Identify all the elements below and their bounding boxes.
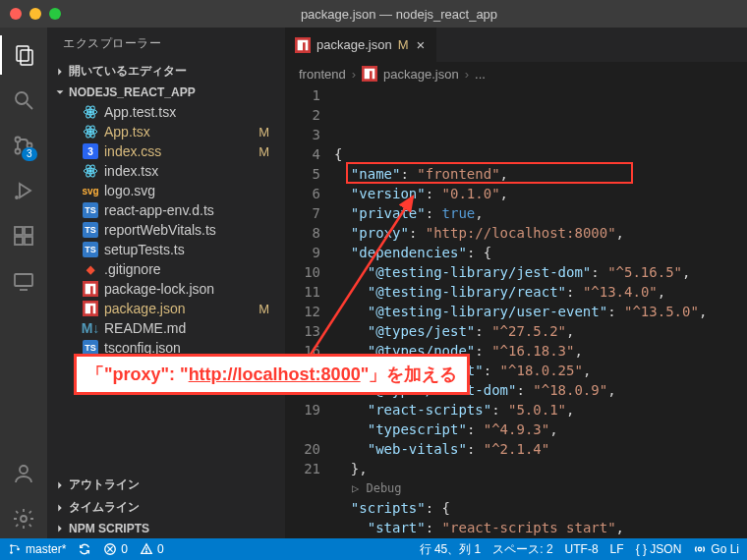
svg-point-42 [146, 551, 147, 552]
css-icon: 3 [83, 143, 98, 159]
scm-badge: 3 [22, 147, 37, 161]
file-name: logo.svg [104, 183, 155, 198]
file-item[interactable]: App.tsxM [47, 122, 285, 141]
svg-point-4 [16, 138, 21, 142]
svg-point-36 [10, 551, 13, 554]
file-name: reportWebVitals.ts [104, 222, 216, 238]
eol[interactable]: LF [610, 542, 624, 556]
editor-tabs: package.json M × [285, 28, 747, 62]
file-item[interactable]: package-lock.json [47, 279, 285, 299]
react-icon [83, 104, 98, 120]
minimize-window-button[interactable] [29, 8, 41, 20]
section-project[interactable]: NODEJS_REACT_APP [47, 83, 285, 102]
svg-point-25 [89, 170, 92, 173]
debug-icon[interactable] [0, 171, 47, 210]
breadcrumbs[interactable]: frontend › package.json › ... [285, 62, 747, 85]
code-content[interactable]: { "name": "frontend", "version": "0.1.0"… [334, 85, 747, 538]
svg-rect-11 [15, 237, 23, 245]
file-name: package-lock.json [104, 281, 214, 297]
file-name: App.test.tsx [104, 104, 176, 120]
account-icon[interactable] [0, 454, 47, 493]
react-icon [83, 124, 98, 140]
search-icon[interactable] [0, 81, 47, 120]
encoding[interactable]: UTF-8 [565, 542, 599, 556]
explorer-icon[interactable] [0, 35, 47, 75]
section-npm-scripts[interactable]: NPM SCRIPTS [47, 519, 285, 538]
section-timeline[interactable]: タイムライン [47, 496, 285, 519]
title-bar: package.json — nodejs_react_app [0, 0, 747, 28]
file-item[interactable]: index.tsx [47, 161, 285, 181]
svg-rect-0 [17, 46, 29, 61]
npm-icon [295, 37, 311, 53]
file-name: README.md [104, 320, 186, 336]
sync-button[interactable] [78, 542, 91, 556]
svg-rect-10 [25, 227, 32, 235]
file-item[interactable]: 3index.cssM [47, 141, 285, 161]
status-bar: master* 0 0 行 45、列 1 スペース: 2 UTF-8 LF { … [0, 538, 747, 560]
file-item[interactable]: ◆.gitignore [47, 259, 285, 279]
section-open-editors[interactable]: 開いているエディター [47, 60, 285, 83]
file-name: package.json [104, 301, 186, 316]
settings-gear-icon[interactable] [0, 499, 47, 538]
close-tab-icon[interactable]: × [414, 36, 427, 53]
close-window-button[interactable] [10, 8, 22, 20]
window-title: package.json — nodejs_react_app [61, 7, 737, 22]
markdown-icon: М↓ [83, 320, 98, 336]
activity-bar: 3 [0, 28, 47, 538]
file-item[interactable]: М↓README.md [47, 318, 285, 338]
cursor-position[interactable]: 行 45、列 1 [420, 541, 482, 558]
svg-point-15 [20, 466, 28, 474]
svg-point-17 [89, 111, 92, 114]
modified-badge: M [259, 302, 277, 316]
ts-icon: TS [83, 242, 98, 257]
file-item[interactable]: App.test.tsx [47, 102, 285, 122]
go-live[interactable]: Go Li [693, 542, 739, 556]
ts-icon: TS [83, 202, 98, 218]
svg-point-16 [21, 516, 27, 522]
svg-point-5 [16, 149, 21, 154]
indentation[interactable]: スペース: 2 [492, 541, 552, 558]
svg-marker-7 [20, 184, 30, 197]
extensions-icon[interactable] [0, 216, 47, 255]
svg-line-3 [27, 103, 32, 109]
file-name: setupTests.ts [104, 242, 185, 257]
section-outline[interactable]: アウトライン [47, 474, 285, 496]
problems-errors[interactable]: 0 [103, 542, 128, 556]
remote-explorer-icon[interactable] [0, 261, 47, 301]
file-name: index.css [104, 143, 161, 159]
file-item[interactable]: TSsetupTests.ts [47, 240, 285, 259]
svg-point-21 [89, 131, 92, 134]
file-tree: App.test.tsxApp.tsxM3index.cssMindex.tsx… [47, 102, 285, 474]
npm-icon [83, 281, 98, 297]
branch-indicator[interactable]: master* [8, 542, 66, 556]
traffic-lights [10, 8, 61, 20]
npm-icon [362, 66, 377, 82]
file-item[interactable]: package.jsonM [47, 299, 285, 318]
sidebar-title: エクスプローラー [47, 28, 285, 60]
editor-area: package.json M × frontend › package.json… [285, 28, 747, 538]
file-name: index.tsx [104, 163, 158, 179]
file-item[interactable]: TSreact-app-env.d.ts [47, 200, 285, 220]
problems-warnings[interactable]: 0 [140, 542, 164, 556]
svg-rect-9 [15, 227, 23, 235]
file-item[interactable]: TSreportWebVitals.ts [47, 220, 285, 240]
annotation-callout: 「"proxy": "http://localhost:8000"」を加える [74, 354, 470, 395]
tab-package-json[interactable]: package.json M × [285, 28, 437, 62]
npm-icon [83, 301, 98, 316]
language-mode[interactable]: { } JSON [636, 542, 682, 556]
modified-badge: M [259, 144, 277, 159]
zoom-window-button[interactable] [49, 8, 61, 20]
file-name: App.tsx [104, 124, 150, 140]
svg-rect-1 [21, 50, 32, 65]
svg-icon: svg [83, 183, 98, 198]
source-control-icon[interactable]: 3 [0, 126, 47, 165]
svg-point-8 [16, 196, 18, 198]
modified-badge: M [259, 125, 277, 140]
svg-rect-13 [15, 274, 32, 286]
line-gutter: 12345678910111213161718192021 [285, 85, 334, 538]
file-name: react-app-env.d.ts [104, 202, 214, 218]
git-icon: ◆ [83, 261, 98, 277]
code-editor[interactable]: 12345678910111213161718192021 { "name": … [285, 85, 747, 538]
ts-icon: TS [83, 222, 98, 238]
file-item[interactable]: svglogo.svg [47, 181, 285, 200]
